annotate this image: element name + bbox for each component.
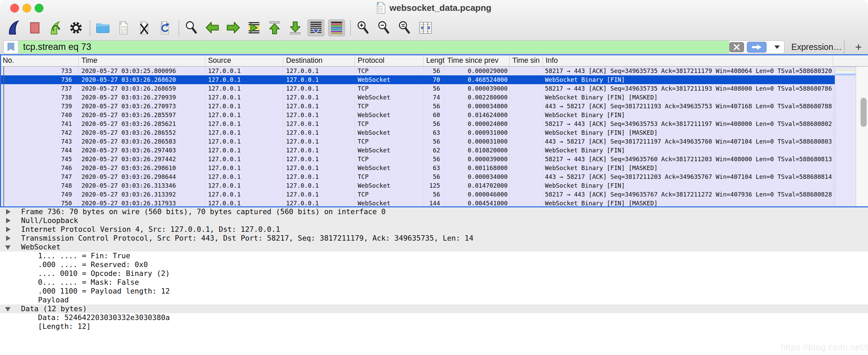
detail-row[interactable]: 0... .... = Mask: False bbox=[0, 278, 868, 287]
packet-list: 7332020-05-27 03:03:25.800096127.0.0.112… bbox=[0, 67, 868, 207]
packet-row-746[interactable]: 7462020-05-27 03:03:26.298610127.0.0.112… bbox=[0, 164, 835, 172]
cell-tsp: 0.014702000 bbox=[445, 181, 510, 190]
filter-clear-button[interactable] bbox=[729, 42, 744, 52]
cell-dst: 127.0.0.1 bbox=[283, 172, 355, 181]
packet-row-745[interactable]: 7452020-05-27 03:03:26.297442127.0.0.112… bbox=[0, 155, 835, 164]
auto-scroll-icon[interactable] bbox=[307, 19, 324, 36]
column-header-src[interactable]: Source bbox=[205, 55, 283, 66]
next-packet-icon[interactable] bbox=[225, 19, 242, 36]
previous-packet-icon[interactable] bbox=[204, 19, 221, 36]
minimap-stripe bbox=[835, 74, 855, 75]
detail-row[interactable]: Null/Loopback bbox=[0, 216, 868, 225]
zoom-in-icon[interactable] bbox=[355, 19, 372, 36]
detail-row[interactable]: .000 1100 = Payload length: 12 bbox=[0, 287, 868, 296]
detail-text: .000 .... = Reserved: 0x0 bbox=[38, 260, 148, 269]
capture-options-icon[interactable] bbox=[68, 19, 84, 36]
zoom-reset-icon[interactable] bbox=[396, 19, 413, 36]
expanded-arrow-icon[interactable] bbox=[5, 245, 11, 250]
packet-row-747[interactable]: 7472020-05-27 03:03:26.298644127.0.0.112… bbox=[0, 172, 835, 181]
cell-proto: TCP bbox=[355, 102, 423, 111]
close-file-icon[interactable]: 010101100111 bbox=[136, 19, 153, 36]
colorize-icon[interactable] bbox=[328, 19, 345, 36]
detail-row[interactable]: 1... .... = Fin: True bbox=[0, 251, 868, 260]
packet-row-749[interactable]: 7492020-05-27 03:03:26.313392127.0.0.112… bbox=[0, 190, 835, 199]
detail-row[interactable]: .... 0010 = Opcode: Binary (2) bbox=[0, 269, 868, 278]
packet-row-742[interactable]: 7422020-05-27 03:03:26.286552127.0.0.112… bbox=[0, 128, 835, 137]
column-header-info[interactable]: Info bbox=[543, 55, 833, 66]
intelligent-scrollbar-minimap[interactable] bbox=[835, 67, 856, 207]
packet-row-739[interactable]: 7392020-05-27 03:03:26.270973127.0.0.112… bbox=[0, 102, 835, 111]
detail-text: Payload bbox=[38, 296, 69, 304]
last-packet-icon[interactable] bbox=[287, 19, 304, 36]
first-packet-icon[interactable] bbox=[266, 19, 283, 36]
packet-row-743[interactable]: 7432020-05-27 03:03:26.286583127.0.0.112… bbox=[0, 137, 835, 146]
packet-row-740[interactable]: 7402020-05-27 03:03:26.285597127.0.0.112… bbox=[0, 111, 835, 119]
expression-button[interactable]: Expression… bbox=[791, 39, 842, 54]
collapsed-arrow-icon[interactable] bbox=[6, 218, 11, 223]
column-header-no[interactable]: No. bbox=[0, 55, 79, 66]
detail-row[interactable]: Transmission Control Protocol, Src Port:… bbox=[0, 234, 868, 243]
cell-no: 742 bbox=[0, 128, 79, 137]
filter-text-area[interactable]: tcp.stream eq 73 bbox=[18, 41, 729, 53]
go-to-packet-icon[interactable] bbox=[245, 19, 262, 36]
cell-info: WebSocket Binary [FIN] [MASKED] bbox=[543, 93, 833, 102]
filter-apply-button[interactable] bbox=[747, 42, 767, 53]
column-header-dst[interactable]: Destination bbox=[283, 55, 355, 66]
packet-row-741[interactable]: 7412020-05-27 03:03:26.285621127.0.0.112… bbox=[0, 119, 835, 128]
filter-history-dropdown[interactable] bbox=[770, 41, 784, 53]
detail-row[interactable]: Data (12 bytes) bbox=[0, 304, 868, 313]
reload-file-icon[interactable]: 010101100111 bbox=[156, 19, 173, 36]
expanded-arrow-icon[interactable] bbox=[5, 307, 11, 312]
cell-time: 2020-05-27 03:03:26.285597 bbox=[79, 111, 205, 119]
column-header-len[interactable]: Lengt bbox=[423, 55, 445, 66]
save-file-icon[interactable]: 010101100111 bbox=[115, 19, 132, 36]
open-file-icon[interactable] bbox=[94, 19, 111, 36]
detail-row[interactable]: .000 .... = Reserved: 0x0 bbox=[0, 260, 868, 269]
cell-proto: TCP bbox=[355, 137, 423, 146]
cell-info: 58217 → 443 [ACK] Seq=349635760 Ack=3817… bbox=[543, 155, 833, 164]
cell-tsr bbox=[510, 199, 543, 207]
packet-row-750[interactable]: 7502020-05-27 03:03:26.317933127.0.0.112… bbox=[0, 199, 835, 207]
packet-row-748[interactable]: 7482020-05-27 03:03:26.313346127.0.0.112… bbox=[0, 181, 835, 190]
collapsed-arrow-icon[interactable] bbox=[6, 227, 11, 232]
column-header-proto[interactable]: Protocol bbox=[355, 55, 423, 66]
detail-row[interactable]: [Length: 12] bbox=[0, 322, 868, 331]
cell-time: 2020-05-27 03:03:26.298610 bbox=[79, 164, 205, 172]
start-capture-icon[interactable] bbox=[5, 19, 22, 36]
detail-row[interactable]: Payload bbox=[0, 296, 868, 304]
column-header-tsr[interactable]: Time sin bbox=[510, 55, 543, 66]
packet-row-738[interactable]: 7382020-05-27 03:03:26.270939127.0.0.112… bbox=[0, 93, 835, 102]
cell-dst: 127.0.0.1 bbox=[283, 75, 355, 84]
packet-row-733[interactable]: 7332020-05-27 03:03:25.800096127.0.0.112… bbox=[0, 67, 835, 75]
add-filter-button[interactable]: + bbox=[851, 39, 866, 54]
apply-arrow-icon bbox=[751, 43, 762, 51]
cell-src: 127.0.0.1 bbox=[205, 172, 283, 181]
restart-capture-icon[interactable] bbox=[47, 19, 64, 36]
find-packet-icon[interactable] bbox=[183, 19, 200, 36]
detail-row[interactable]: Frame 736: 70 bytes on wire (560 bits), … bbox=[0, 207, 868, 216]
zoom-out-icon[interactable] bbox=[376, 19, 393, 36]
display-filter-input[interactable]: tcp.stream eq 73 bbox=[3, 40, 785, 54]
column-header-time[interactable]: Time bbox=[79, 55, 205, 66]
cell-tsp: 0.002280000 bbox=[445, 93, 510, 102]
collapsed-arrow-icon[interactable] bbox=[6, 236, 11, 241]
filter-bookmark-icon[interactable] bbox=[4, 41, 18, 53]
cell-len: 125 bbox=[423, 181, 445, 190]
cell-tsp: 0.000024000 bbox=[445, 119, 510, 128]
collapsed-arrow-icon[interactable] bbox=[6, 209, 11, 214]
column-header-tsp[interactable]: Time since prev bbox=[445, 55, 510, 66]
detail-row[interactable]: Data: 524642203030332e3030380a bbox=[0, 313, 868, 322]
detail-text: Internet Protocol Version 4, Src: 127.0.… bbox=[21, 225, 280, 234]
packet-row-744[interactable]: 7442020-05-27 03:03:26.297403127.0.0.112… bbox=[0, 146, 835, 155]
packet-row-737[interactable]: 7372020-05-27 03:03:26.268659127.0.0.112… bbox=[0, 84, 835, 93]
detail-row[interactable]: Internet Protocol Version 4, Src: 127.0.… bbox=[0, 225, 868, 234]
stop-capture-icon[interactable] bbox=[26, 19, 43, 36]
packet-row-736[interactable]: 7362020-05-27 03:03:26.268620127.0.0.112… bbox=[0, 75, 835, 84]
cell-no: 740 bbox=[0, 111, 79, 119]
cell-proto: TCP bbox=[355, 155, 423, 164]
packet-list-scrollbar[interactable] bbox=[856, 67, 868, 207]
cell-tsr bbox=[510, 102, 543, 111]
scrollbar-thumb[interactable] bbox=[861, 98, 867, 127]
detail-row[interactable]: WebSocket bbox=[0, 243, 868, 251]
resize-columns-icon[interactable] bbox=[417, 19, 434, 36]
